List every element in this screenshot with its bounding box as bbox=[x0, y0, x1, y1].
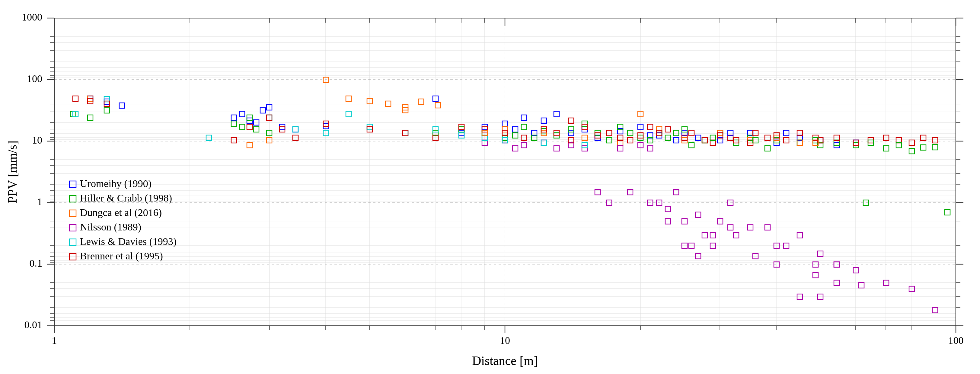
y-tick-10: 10 bbox=[32, 135, 42, 146]
y-axis-label: PPV [mm/s] bbox=[5, 141, 19, 203]
legend-label-red: Brenner et al (1995) bbox=[80, 250, 163, 262]
chart-container: // Helper functions will be used inline bbox=[0, 0, 980, 374]
y-tick-1: 1 bbox=[37, 196, 42, 207]
x-tick-10: 10 bbox=[500, 335, 510, 346]
legend-label-cyan: Lewis & Davies (1993) bbox=[80, 236, 177, 247]
y-tick-0.01: 0.01 bbox=[24, 319, 43, 330]
x-tick-100: 100 bbox=[948, 335, 964, 346]
legend-label-blue: Uromeihy (1990) bbox=[80, 178, 151, 189]
legend-label-purple: Nilsson (1989) bbox=[80, 221, 141, 233]
y-tick-1000: 1000 bbox=[22, 11, 42, 23]
x-tick-1: 1 bbox=[52, 335, 57, 346]
legend-label-green: Hiller & Crabb (1998) bbox=[80, 192, 172, 204]
legend-label-orange: Dungca et al (2016) bbox=[80, 207, 162, 219]
y-tick-100: 100 bbox=[27, 73, 42, 84]
y-tick-0.1: 0.1 bbox=[30, 258, 43, 269]
x-axis-label: Distance [m] bbox=[472, 354, 538, 368]
